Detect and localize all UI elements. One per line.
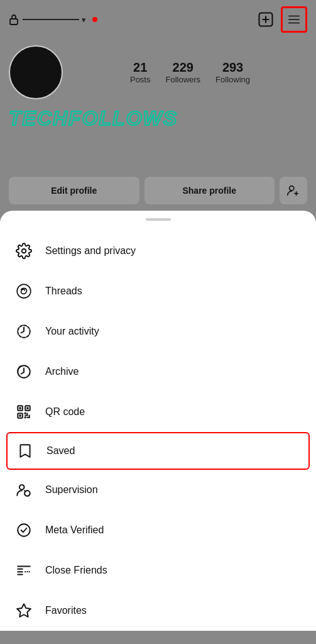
lock-username-area: ▾ [9,14,86,25]
header: ▾ [0,0,316,39]
action-buttons: Edit profile Share profile [0,170,316,211]
menu-item-activity[interactable]: Your activity [0,311,316,352]
svg-rect-0 [10,19,18,25]
following-count: 293 [222,60,243,75]
header-left: ▾ [9,14,97,25]
activity-icon [15,323,33,340]
close-friends-label: Close Friends [45,565,107,576]
menu-item-threads[interactable]: Threads [0,271,316,311]
posts-label: Posts [130,75,151,84]
favorites-icon [15,602,33,619]
share-profile-button[interactable]: Share profile [144,177,275,204]
svg-point-10 [22,249,26,253]
qrcode-icon [15,403,33,421]
menu-item-supervision[interactable]: Supervision [0,470,316,510]
username-display: TECHFOLLOWS [9,107,307,130]
svg-point-32 [26,571,28,572]
menu-item-archive[interactable]: Archive [0,352,316,392]
add-friend-icon [286,184,300,197]
menu-item-meta-verified[interactable]: Meta Verified [0,510,316,550]
posts-count: 21 [133,60,147,75]
svg-rect-17 [26,407,28,409]
supervision-icon [15,481,33,499]
header-right [254,6,307,33]
svg-line-27 [25,491,26,492]
stats-row: 21 Posts 229 Followers 293 Following [73,60,307,84]
saved-icon [16,442,34,460]
archive-label: Archive [45,366,79,377]
activity-label: Your activity [45,326,99,337]
followers-stat[interactable]: 229 Followers [165,60,200,84]
lock-icon [9,14,19,25]
menu-item-settings[interactable]: Settings and privacy [0,231,316,271]
meta-verified-label: Meta Verified [45,525,104,536]
svg-marker-36 [17,604,31,617]
avatar[interactable] [9,45,63,99]
svg-point-28 [18,524,30,536]
svg-point-33 [29,571,30,572]
archive-icon [15,363,33,380]
settings-icon [15,242,33,260]
notification-dot [92,17,97,22]
favorites-label: Favorites [45,605,87,616]
menu-item-favorites[interactable]: Favorites [0,591,316,631]
hamburger-icon [287,13,301,26]
posts-stat[interactable]: 21 Posts [130,60,151,84]
profile-section: 21 Posts 229 Followers 293 Following TEC… [0,39,316,170]
meta-verified-icon [15,521,33,539]
username-bar [23,19,79,20]
add-post-icon [257,11,275,28]
svg-rect-18 [19,414,21,416]
chevron-down-icon[interactable]: ▾ [82,15,86,25]
followers-label: Followers [165,75,200,84]
svg-point-7 [290,186,294,191]
profile-info-row: 21 Posts 229 Followers 293 Following [9,45,307,99]
edit-profile-button[interactable]: Edit profile [9,177,139,204]
supervision-label: Supervision [45,484,98,496]
saved-label: Saved [46,445,75,457]
menu-item-saved[interactable]: Saved [6,432,310,470]
svg-rect-16 [19,407,21,409]
threads-label: Threads [45,286,82,297]
bottom-sheet: Settings and privacy Threads Your activi… [0,211,316,631]
menu-item-close-friends[interactable]: Close Friends [0,550,316,591]
svg-point-34 [25,571,26,572]
following-stat[interactable]: 293 Following [215,60,250,84]
followers-count: 229 [173,60,193,75]
close-friends-icon [15,562,33,579]
bio-area [9,130,307,162]
threads-icon [15,282,33,300]
hamburger-button[interactable] [281,6,307,33]
menu-item-qrcode[interactable]: QR code [0,392,316,432]
following-label: Following [215,75,250,84]
drag-handle[interactable] [146,218,171,221]
svg-point-25 [19,485,25,490]
add-friend-button[interactable] [280,177,307,204]
settings-label: Settings and privacy [45,245,136,257]
add-post-button[interactable] [254,8,277,31]
qrcode-label: QR code [45,406,85,418]
